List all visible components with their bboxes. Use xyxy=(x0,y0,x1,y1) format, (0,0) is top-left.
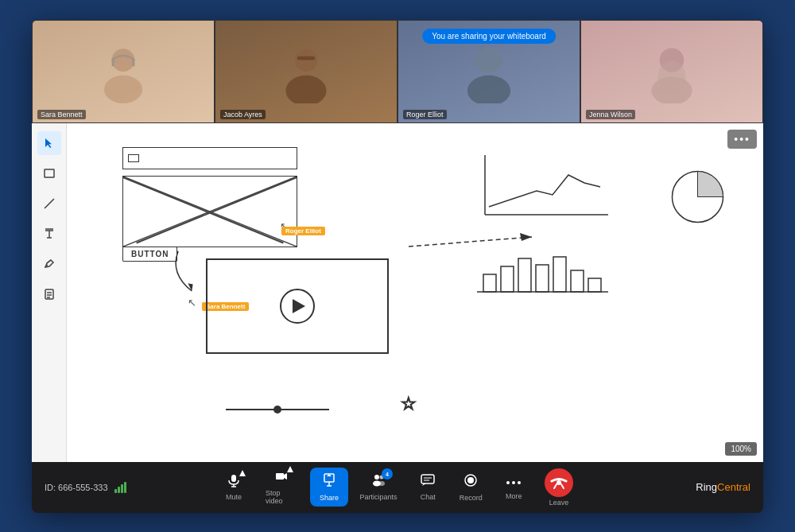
slider-track xyxy=(226,409,329,410)
svg-point-65 xyxy=(518,481,521,484)
chat-icon xyxy=(420,473,436,491)
chat-button[interactable]: Chat xyxy=(409,468,447,506)
pie-chart xyxy=(668,167,727,227)
bottom-bar: ID: 666-555-333 xyxy=(32,462,763,513)
share-button[interactable]: Share xyxy=(310,468,348,507)
video-icon xyxy=(274,469,289,487)
participant-count-badge: 4 xyxy=(382,468,393,480)
wireframe-video-box xyxy=(206,258,389,354)
signal-bar-3 xyxy=(121,484,123,493)
participants-strip: Sara Bennett Jacob Ayres You are shar xyxy=(32,20,763,123)
svg-rect-34 xyxy=(518,258,531,292)
cursor-tool[interactable] xyxy=(37,131,61,155)
svg-point-8 xyxy=(467,75,510,103)
svg-marker-47 xyxy=(284,473,287,480)
more-button[interactable]: More xyxy=(494,469,533,505)
stop-video-label: Stop video xyxy=(266,489,297,505)
svg-point-5 xyxy=(285,75,326,103)
share-label: Share xyxy=(320,494,339,502)
participant-tile-roger[interactable]: You are sharing your whiteboard Roger El… xyxy=(398,20,580,123)
roger-cursor-label: Roger Elliot xyxy=(281,227,325,235)
svg-rect-33 xyxy=(501,266,514,292)
share-icon xyxy=(321,472,337,492)
play-triangle-icon xyxy=(293,299,305,313)
record-icon xyxy=(463,472,479,492)
svg-point-53 xyxy=(374,475,379,480)
whiteboard-content: ••• BUTTON ↖ Ro xyxy=(67,123,763,462)
participant-tile-jacob[interactable]: Jacob Ayres xyxy=(215,20,398,123)
svg-rect-57 xyxy=(421,475,434,483)
mute-label: Mute xyxy=(226,493,242,501)
participants-button[interactable]: 4 Participants xyxy=(353,468,404,506)
line-tool[interactable] xyxy=(37,192,61,216)
pen-tool[interactable] xyxy=(37,252,61,276)
svg-rect-12 xyxy=(45,169,54,177)
svg-rect-38 xyxy=(588,278,601,292)
wireframe-container xyxy=(122,147,297,247)
svg-rect-6 xyxy=(297,56,315,60)
whiteboard-toolbar xyxy=(32,123,67,462)
main-area: ••• BUTTON ↖ Ro xyxy=(32,123,763,462)
svg-rect-32 xyxy=(483,274,496,292)
wireframe-play-button xyxy=(280,289,315,324)
zoom-indicator: 100% xyxy=(725,442,757,456)
star-icon: ☆ xyxy=(401,394,417,414)
svg-marker-48 xyxy=(287,466,293,472)
more-icon xyxy=(506,474,522,491)
whiteboard[interactable]: ••• BUTTON ↖ Ro xyxy=(67,123,763,462)
participant-name-jacob: Jacob Ayres xyxy=(220,110,266,119)
svg-rect-36 xyxy=(553,257,566,292)
signal-bar-1 xyxy=(114,489,117,493)
record-button[interactable]: Record xyxy=(452,468,490,507)
participants-label: Participants xyxy=(360,493,398,501)
wireframe-image-placeholder xyxy=(122,176,297,247)
signal-strength-icon xyxy=(114,482,126,493)
signal-bar-4 xyxy=(124,482,126,493)
svg-rect-37 xyxy=(571,270,584,292)
line-chart xyxy=(473,147,616,227)
app-window: Sara Bennett Jacob Ayres You are shar xyxy=(32,20,763,513)
leave-button[interactable]: Leave xyxy=(537,464,580,511)
meeting-id: ID: 666-555-333 xyxy=(45,483,108,492)
wireframe-slider xyxy=(226,409,329,410)
bar-chart xyxy=(469,235,616,298)
slider-thumb xyxy=(273,406,281,414)
svg-rect-42 xyxy=(231,475,236,482)
bottom-center-controls: Mute Stop video xyxy=(215,464,580,511)
stop-video-button[interactable]: Stop video xyxy=(258,464,305,510)
mute-button[interactable]: Mute xyxy=(215,468,253,506)
svg-point-0 xyxy=(112,49,135,72)
leave-label: Leave xyxy=(549,499,569,507)
svg-point-11 xyxy=(657,60,685,95)
leave-icon xyxy=(545,468,573,497)
record-label: Record xyxy=(460,494,483,502)
rectangle-tool[interactable] xyxy=(37,161,61,185)
svg-point-64 xyxy=(512,481,515,484)
svg-point-56 xyxy=(378,481,385,486)
participant-tile-jenna[interactable]: Jenna Wilson xyxy=(580,20,763,123)
document-tool[interactable] xyxy=(37,282,61,306)
svg-rect-46 xyxy=(276,473,284,480)
signal-bar-2 xyxy=(118,487,120,493)
whiteboard-more-button[interactable]: ••• xyxy=(727,130,757,149)
bottom-right: RingCentral xyxy=(696,481,750,493)
svg-marker-45 xyxy=(239,470,246,476)
chat-label: Chat xyxy=(421,493,436,501)
participant-name-sara: Sara Bennett xyxy=(37,110,86,119)
participants-icon: 4 xyxy=(370,473,386,491)
svg-rect-35 xyxy=(536,265,549,292)
svg-point-7 xyxy=(476,47,502,72)
svg-line-18 xyxy=(47,260,51,263)
svg-line-13 xyxy=(45,199,54,208)
svg-point-62 xyxy=(467,477,474,483)
mic-icon xyxy=(227,473,241,491)
bottom-left: ID: 666-555-333 xyxy=(45,482,164,493)
participant-tile-sara[interactable]: Sara Bennett xyxy=(32,20,215,123)
svg-line-68 xyxy=(561,484,564,488)
text-tool[interactable] xyxy=(37,222,61,246)
brand-logo: RingCentral xyxy=(696,481,750,493)
svg-point-63 xyxy=(506,481,510,484)
svg-line-67 xyxy=(554,484,556,488)
more-label: More xyxy=(506,492,522,500)
wireframe-input-icon xyxy=(128,154,139,162)
